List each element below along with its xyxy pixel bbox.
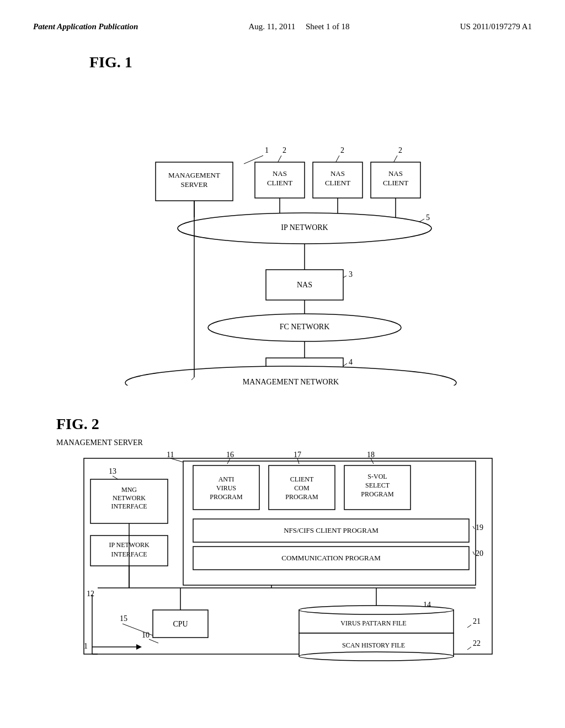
fig2-nfs-cifs-text: NFS/CIFS CLIENT PROGRAM (284, 526, 379, 534)
fig1-nas-client3-text1: NAS (388, 169, 403, 178)
fig2-anti-virus-text1: ANTI (218, 475, 234, 483)
fig2-ref-18: 18 (367, 451, 375, 459)
header-sheet: Sheet 1 of 18 (306, 22, 350, 31)
figure-1-container: FIG. 1 1 MANAGEMENT SERVER 2 2 2 NAS CLI… (89, 53, 476, 388)
fig2-scan-history-bottom (299, 652, 454, 661)
fig1-label: FIG. 1 (89, 53, 476, 71)
header-date: Aug. 11, 2011 (248, 22, 295, 31)
fig1-ref-2c: 2 (398, 146, 402, 154)
fig2-diagram: 11 MEMORY 16 17 18 ANTI VIRUS PROGRAM CL… (56, 450, 509, 687)
fig1-nas-client1-text1: NAS (273, 169, 287, 178)
header-publication-label: Patent Application Publication (33, 22, 138, 31)
fig2-mng-text3: INTERFACE (111, 502, 147, 510)
fig1-ref-3: 3 (349, 270, 353, 279)
page-header: Patent Application Publication Aug. 11, … (33, 22, 532, 31)
fig2-s-vol-text2: SELECT (365, 481, 390, 489)
fig2-comm-program-text: COMMUNICATION PROGRAM (281, 554, 381, 562)
fig1-diagram: 1 MANAGEMENT SERVER 2 2 2 NAS CLIENT NAS… (89, 77, 476, 386)
fig2-ref-21: 21 (473, 617, 481, 625)
fig2-label: FIG. 2 (56, 415, 509, 433)
fig2-cpu-text: CPU (173, 620, 188, 628)
header-patent-number: US 2011/0197279 A1 (460, 22, 532, 31)
fig2-s-vol-text1: S-VOL (367, 473, 387, 480)
fig1-nas-client2-text1: NAS (331, 169, 345, 178)
fig2-ref-11: 11 (167, 451, 174, 459)
fig2-client-com-text2: COM (294, 484, 310, 492)
fig1-nas-text: NAS (297, 281, 312, 289)
fig2-client-com-text1: CLIENT (290, 475, 314, 483)
fig2-anti-virus-text2: VIRUS (216, 484, 236, 492)
fig1-ip-network-text: IP NETWORK (281, 223, 328, 232)
fig2-ref-13: 13 (109, 467, 116, 475)
fig2-ref-17: 17 (294, 451, 301, 459)
fig2-ref-22: 22 (473, 639, 481, 647)
fig2-ref-20: 20 (476, 549, 483, 558)
fig1-management-server-text1: MANAGEMENT (168, 171, 220, 179)
fig2-virus-pattern-text: VIRUS PATTARN FILE (340, 619, 406, 627)
page: Patent Application Publication Aug. 11, … (0, 0, 565, 728)
fig2-anti-virus-text3: PROGRAM (210, 493, 243, 501)
fig2-ref-12: 12 (87, 590, 94, 598)
fig2-ref-10: 10 (142, 631, 150, 639)
fig1-ref-2a: 2 (282, 146, 286, 154)
fig1-management-server-text2: SERVER (181, 180, 208, 189)
fig1-nas-client3-text2: CLIENT (383, 179, 408, 187)
fig2-ref-16: 16 (226, 451, 234, 459)
header-date-sheet: Aug. 11, 2011 Sheet 1 of 18 (248, 22, 349, 31)
fig1-nas-client1-text2: CLIENT (267, 179, 292, 187)
fig1-ref-5: 5 (426, 213, 430, 222)
fig2-ref-1: 1 (84, 642, 88, 650)
fig1-ref-2b: 2 (340, 146, 344, 154)
fig2-virus-pattern-top (299, 606, 454, 614)
fig2-ref-19: 19 (476, 523, 483, 532)
fig2-ref-15: 15 (120, 614, 127, 623)
fig2-mng-text1: MNG (121, 486, 137, 494)
fig1-nas-client2-text2: CLIENT (325, 179, 350, 187)
fig2-client-com-text3: PROGRAM (285, 493, 318, 501)
fig1-ref-4: 4 (349, 358, 353, 366)
fig2-s-vol-text3: PROGRAM (361, 490, 394, 498)
figure-2-container: FIG. 2 MANAGEMENT SERVER 11 MEMORY 16 17… (56, 415, 509, 689)
fig1-ref-1: 1 (265, 146, 269, 154)
fig1-management-network-text: MANAGEMENT NETWORK (243, 378, 339, 386)
fig2-mng-text2: NETWORK (113, 494, 146, 502)
fig1-fc-network-text: FC NETWORK (280, 323, 330, 331)
fig2-title: MANAGEMENT SERVER (56, 438, 509, 447)
fig2-scan-history-text: SCAN HISTORY FILE (342, 641, 405, 649)
